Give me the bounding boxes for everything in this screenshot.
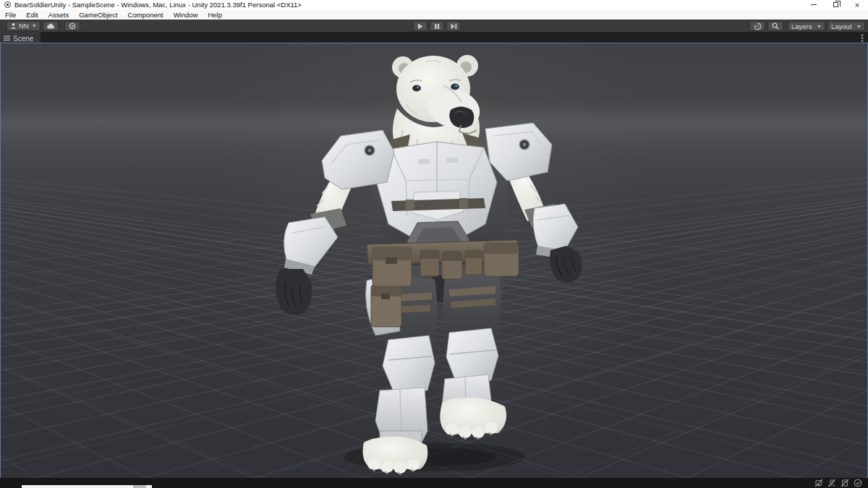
menu-component[interactable]: Component [123, 9, 169, 20]
layout-dropdown[interactable]: Layout ▼ [827, 21, 865, 31]
status-indicator-icon[interactable] [814, 479, 823, 487]
minimize-button[interactable] [803, 0, 825, 9]
search-button[interactable] [767, 21, 783, 31]
menu-bar: File Edit Assets GameObject Component Wi… [0, 9, 868, 20]
scene-viewport[interactable] [1, 43, 867, 478]
unity-editor-window: BearSoldierUnity - SampleScene - Windows… [0, 0, 868, 488]
scene-tab-bar: Scene ••• [0, 33, 868, 43]
status-indicator-icon[interactable] [827, 479, 836, 487]
pause-button[interactable] [430, 21, 444, 31]
cloud-button[interactable] [43, 21, 59, 31]
account-label: NN [19, 22, 29, 30]
layout-label: Layout [831, 22, 852, 30]
history-clock-icon [754, 22, 762, 30]
undo-history-button[interactable] [749, 21, 765, 31]
menu-help[interactable]: Help [203, 9, 227, 20]
layers-label: Layers [791, 22, 812, 30]
window-title: BearSoldierUnity - SampleScene - Windows… [14, 1, 302, 9]
status-indicator-icon[interactable] [841, 479, 849, 487]
menu-edit[interactable]: Edit [21, 9, 43, 20]
chevron-down-icon: ▼ [817, 24, 822, 29]
account-dropdown[interactable]: NN ▼ [7, 21, 41, 31]
menu-gameobject[interactable]: GameObject [74, 9, 122, 20]
chevron-down-icon: ▼ [856, 24, 861, 29]
kebab-menu-icon[interactable]: ••• [859, 34, 865, 43]
hamburger-icon [4, 35, 10, 41]
bottom-overlay-strip [22, 485, 152, 488]
scene-tab-label: Scene [13, 35, 33, 43]
step-button[interactable] [446, 21, 461, 31]
step-forward-icon [451, 23, 457, 30]
play-button[interactable] [413, 21, 427, 31]
restore-icon [833, 2, 838, 7]
menu-assets[interactable]: Assets [43, 9, 75, 20]
layers-dropdown[interactable]: Layers ▼ [788, 21, 825, 31]
main-toolbar: NN ▼ [0, 20, 868, 33]
close-button[interactable]: × [846, 0, 868, 9]
person-icon [10, 22, 17, 29]
menu-file[interactable]: File [0, 9, 21, 20]
restore-button[interactable] [825, 0, 846, 9]
titlebar: BearSoldierUnity - SampleScene - Windows… [0, 0, 868, 9]
target-circle-icon [69, 22, 76, 30]
pause-icon [434, 23, 440, 30]
minimize-icon [811, 4, 817, 5]
play-icon [417, 23, 423, 30]
tab-scene[interactable]: Scene [0, 33, 41, 43]
menu-window[interactable]: Window [169, 9, 203, 20]
cloud-icon [46, 23, 55, 29]
magnifier-icon [772, 22, 779, 30]
progress-idle-check-icon[interactable] [854, 479, 862, 487]
unity-logo-icon [4, 1, 11, 8]
services-button[interactable] [64, 21, 80, 31]
bear-soldier-model[interactable] [1, 43, 867, 478]
chevron-down-icon: ▼ [32, 23, 37, 28]
